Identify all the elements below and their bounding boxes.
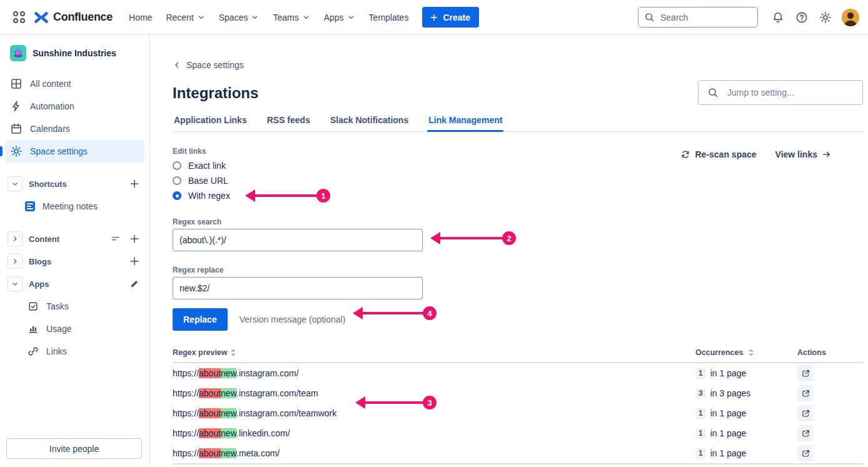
occurrence-count-badge: 1 (695, 408, 706, 419)
breadcrumb[interactable]: Space settings (173, 59, 244, 71)
open-link-button[interactable] (797, 385, 814, 401)
sidebar-item-tasks[interactable]: Tasks (5, 295, 144, 318)
radio-with-regex[interactable]: With regex (173, 188, 230, 203)
add-blog-button[interactable] (127, 254, 142, 269)
lightning-icon (10, 100, 23, 113)
space-name: Sunshine Industries (33, 48, 116, 58)
sidebar-item-space-settings[interactable]: Space settings (5, 140, 144, 163)
sidebar-item-links[interactable]: Links (5, 340, 144, 363)
actions-cell (797, 445, 863, 461)
app-switcher-button[interactable] (9, 8, 29, 28)
table-row: https://aboutnew.meta.com/ 1 in 1 page (173, 443, 863, 463)
chevron-down-icon (11, 180, 19, 188)
gear-icon (819, 11, 832, 24)
top-bar-right (638, 7, 859, 28)
nav-apps[interactable]: Apps (318, 8, 361, 27)
sidebar-item-calendars[interactable]: Calendars (5, 118, 144, 140)
nav-spaces[interactable]: Spaces (213, 8, 266, 27)
active-indicator (0, 146, 3, 156)
external-link-icon (801, 389, 810, 398)
version-message-link[interactable]: Version message (optional) (240, 314, 346, 324)
open-link-button[interactable] (797, 425, 814, 441)
removed-text-highlight: about (199, 428, 221, 438)
create-button[interactable]: Create (422, 7, 479, 28)
calendar-icon (10, 123, 23, 135)
gear-icon (10, 145, 23, 158)
grid-icon (10, 78, 23, 90)
regex-preview-url: https://aboutnew.linkedin.com/ (173, 428, 695, 438)
replace-button[interactable]: Replace (173, 308, 228, 331)
header-regex-preview[interactable]: Regex preview (173, 348, 695, 357)
tab-link-management[interactable]: Link Management (427, 115, 503, 131)
settings-tabs: Application Links RSS feeds Slack Notifi… (173, 115, 863, 132)
edit-apps-button[interactable] (127, 276, 142, 291)
added-text-highlight: new (221, 428, 236, 438)
annotation-arrow-2: 2 (430, 231, 516, 245)
sidebar-item-automation[interactable]: Automation (5, 95, 144, 118)
removed-text-highlight: about (199, 408, 221, 418)
settings-button[interactable] (815, 8, 835, 28)
help-button[interactable] (792, 8, 812, 28)
confluence-logo[interactable]: Confluence (34, 10, 113, 25)
sidebar-item-meeting-notes[interactable]: Meeting notes (5, 195, 144, 218)
chevron-down-icon (347, 13, 355, 21)
tab-application-links[interactable]: Application Links (173, 115, 248, 131)
sidebar-item-usage[interactable]: Usage (5, 318, 144, 340)
arrowhead (245, 189, 255, 202)
jump-to-setting-input[interactable] (726, 87, 854, 98)
nav-templates[interactable]: Templates (363, 8, 415, 27)
table-row: https://aboutnew.instagram.com/team 3 in… (173, 383, 863, 403)
global-search-input[interactable] (659, 12, 752, 23)
user-avatar[interactable] (842, 9, 859, 26)
table-row: https://aboutnew.linkedin.com/ 1 in 1 pa… (173, 423, 863, 443)
annotation-badge: 2 (502, 231, 516, 245)
tab-rss-feeds[interactable]: RSS feeds (266, 115, 311, 131)
plus-icon (129, 233, 140, 244)
link-management-actions: Re-scan space View links (680, 149, 832, 159)
expand-blogs-button[interactable] (8, 254, 23, 269)
collapse-shortcuts-button[interactable] (8, 176, 23, 191)
search-icon (707, 87, 719, 98)
arrow-right-icon (822, 149, 832, 159)
removed-text-highlight: about (199, 368, 221, 378)
actions-cell (797, 385, 863, 401)
collapse-apps-button[interactable] (8, 276, 23, 291)
invite-people-button[interactable]: Invite people (6, 438, 142, 459)
nav-recent[interactable]: Recent (159, 8, 211, 27)
added-text-highlight: new (221, 408, 236, 418)
notifications-button[interactable] (768, 8, 788, 28)
regex-search-input[interactable] (173, 229, 423, 251)
task-icon (28, 301, 39, 312)
regex-search-label: Regex search (173, 218, 863, 226)
chevron-left-icon (173, 61, 181, 69)
add-content-button[interactable] (127, 231, 142, 246)
shortcuts-section-header: Shortcuts (5, 173, 144, 195)
tab-slack-notifications[interactable]: Slack Notifications (329, 115, 410, 131)
radio-base-url[interactable]: Base URL (173, 173, 228, 188)
rescan-space-button[interactable]: Re-scan space (680, 149, 756, 159)
open-link-button[interactable] (797, 445, 814, 461)
added-text-highlight: new (221, 368, 236, 378)
nav-home[interactable]: Home (123, 8, 158, 27)
link-icon (28, 346, 39, 357)
header-occurrences[interactable]: Occurrences (695, 348, 797, 357)
filter-content-button[interactable] (108, 231, 123, 246)
sort-icon (747, 348, 755, 357)
radio-exact-link[interactable]: Exact link (173, 158, 226, 173)
jump-to-setting-search[interactable] (698, 80, 863, 105)
expand-content-button[interactable] (8, 231, 23, 246)
space-header[interactable]: Sunshine Industries (5, 44, 144, 63)
regex-replace-input[interactable] (173, 277, 423, 299)
search-icon (644, 12, 655, 23)
occurrence-count-badge: 3 (695, 388, 706, 399)
global-search[interactable] (638, 7, 758, 28)
open-link-button[interactable] (797, 365, 814, 381)
nav-teams[interactable]: Teams (266, 8, 316, 27)
added-text-highlight: new (221, 388, 236, 398)
open-link-button[interactable] (797, 405, 814, 421)
sidebar-item-all-content[interactable]: All content (5, 73, 144, 95)
add-shortcut-button[interactable] (127, 176, 142, 191)
shortcuts-label: Shortcuts (29, 179, 121, 189)
view-links-link[interactable]: View links (775, 149, 832, 159)
regex-preview-url: https://aboutnew.instagram.com/team (173, 388, 695, 398)
